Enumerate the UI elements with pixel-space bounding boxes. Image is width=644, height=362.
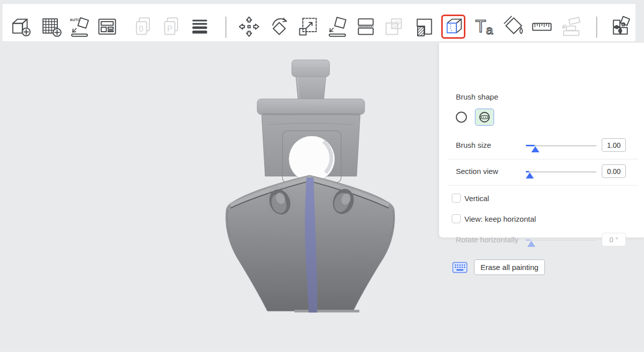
copy-objects-button: 0 bbox=[131, 15, 155, 39]
color-painting-icon bbox=[504, 16, 526, 38]
section-view-value[interactable]: 0.00 bbox=[602, 164, 626, 178]
brush-shape-options bbox=[452, 109, 494, 126]
svg-text:P: P bbox=[167, 25, 172, 33]
section-view-label: Section view bbox=[456, 167, 498, 175]
add-plate-icon bbox=[40, 16, 62, 38]
toolbar-separator bbox=[225, 17, 226, 38]
split-to-parts-button[interactable] bbox=[608, 15, 632, 39]
rotate-horizontally-slider bbox=[526, 233, 597, 248]
brush-size-value[interactable]: 1.00 bbox=[602, 138, 626, 152]
color-painting-button[interactable] bbox=[503, 15, 527, 39]
rotate-horizontally-slider-thumb bbox=[527, 241, 535, 247]
variable-layer-height-button[interactable] bbox=[188, 15, 212, 39]
bottom-strip bbox=[0, 352, 644, 362]
support-painting-icon bbox=[413, 16, 435, 38]
divider bbox=[448, 159, 638, 159]
svg-text:T: T bbox=[475, 16, 486, 36]
app-window: AUTO0PTa bbox=[0, 0, 644, 362]
keyboard-shortcut-icon[interactable] bbox=[452, 262, 467, 273]
sphere-brush-icon bbox=[478, 111, 491, 123]
add-plate-button[interactable] bbox=[39, 15, 63, 39]
split-icon bbox=[355, 16, 377, 38]
scale-icon bbox=[297, 16, 319, 38]
paste-objects-icon: P bbox=[160, 16, 183, 38]
brush-size-label: Brush size bbox=[456, 141, 491, 149]
text-tool-icon: Ta bbox=[474, 16, 497, 38]
brush-size-slider[interactable] bbox=[526, 138, 597, 153]
seam-painting-panel: Brush shape Brush size 1.00 bbox=[439, 43, 644, 238]
brush-size-slider-thumb[interactable] bbox=[531, 146, 539, 152]
copy-objects-icon: 0 bbox=[132, 16, 154, 38]
split-to-parts-icon bbox=[609, 16, 631, 38]
arrange-button[interactable] bbox=[95, 15, 119, 39]
variable-layer-height-icon bbox=[189, 16, 211, 38]
keep-horizontal-checkbox[interactable]: View: keep horizontal bbox=[452, 214, 536, 224]
lay-on-face-button[interactable] bbox=[325, 15, 349, 39]
text-tool-button[interactable]: Ta bbox=[473, 15, 498, 39]
vertical-checkbox[interactable]: Vertical bbox=[452, 193, 489, 203]
toolbar: AUTO0PTa bbox=[3, 4, 635, 41]
measure-icon bbox=[531, 16, 553, 38]
divider bbox=[448, 253, 638, 253]
rotate-horizontally-row: Rotate horizontally 0 ° bbox=[439, 233, 644, 248]
rotate-horizontally-label: Rotate horizontally bbox=[456, 235, 518, 244]
svg-text:a: a bbox=[486, 23, 493, 37]
toolbar-separator bbox=[596, 17, 597, 38]
svg-text:AUTO: AUTO bbox=[70, 18, 80, 22]
seam-painting-button[interactable] bbox=[441, 15, 465, 39]
circle-brush-icon bbox=[455, 111, 468, 124]
vertical-checkbox-label: Vertical bbox=[464, 194, 489, 203]
mesh-boolean-icon bbox=[383, 16, 405, 38]
brush-size-row: Brush size 1.00 bbox=[439, 138, 644, 153]
paste-objects-button: P bbox=[159, 15, 184, 39]
assembly-icon bbox=[560, 16, 582, 38]
section-view-row: Section view 0.00 bbox=[439, 164, 644, 179]
erase-all-painting-button[interactable]: Erase all painting bbox=[474, 259, 545, 275]
svg-text:0: 0 bbox=[139, 25, 143, 33]
auto-orient-icon: AUTO bbox=[68, 16, 91, 38]
erase-row: Erase all painting bbox=[452, 259, 545, 275]
sphere-brush-button[interactable] bbox=[475, 109, 494, 126]
add-object-icon bbox=[10, 16, 32, 38]
move-button[interactable] bbox=[237, 15, 261, 39]
split-button[interactable] bbox=[354, 15, 378, 39]
divider bbox=[448, 185, 638, 186]
lay-on-face-icon bbox=[326, 16, 348, 38]
add-object-button[interactable] bbox=[9, 15, 33, 39]
arrange-icon bbox=[96, 16, 118, 38]
seam-painting-icon bbox=[443, 16, 464, 38]
section-view-slider-thumb[interactable] bbox=[526, 172, 534, 178]
measure-button[interactable] bbox=[530, 15, 554, 39]
mesh-boolean-button bbox=[382, 15, 406, 39]
keep-horizontal-checkbox-label: View: keep horizontal bbox=[464, 215, 536, 223]
rotate-button[interactable] bbox=[267, 15, 291, 39]
auto-orient-button[interactable]: AUTO bbox=[67, 15, 92, 39]
assembly-button bbox=[559, 15, 583, 39]
keep-horizontal-checkbox-box[interactable] bbox=[452, 214, 461, 223]
rotate-icon bbox=[268, 16, 290, 38]
circle-brush-button[interactable] bbox=[452, 109, 471, 126]
brush-shape-label: Brush shape bbox=[456, 93, 498, 101]
support-painting-button[interactable] bbox=[412, 15, 436, 39]
move-icon bbox=[238, 16, 260, 38]
vertical-checkbox-box[interactable] bbox=[452, 194, 461, 203]
section-view-slider[interactable] bbox=[526, 164, 597, 179]
rotate-horizontally-value: 0 ° bbox=[602, 233, 626, 246]
scale-button[interactable] bbox=[296, 15, 320, 39]
